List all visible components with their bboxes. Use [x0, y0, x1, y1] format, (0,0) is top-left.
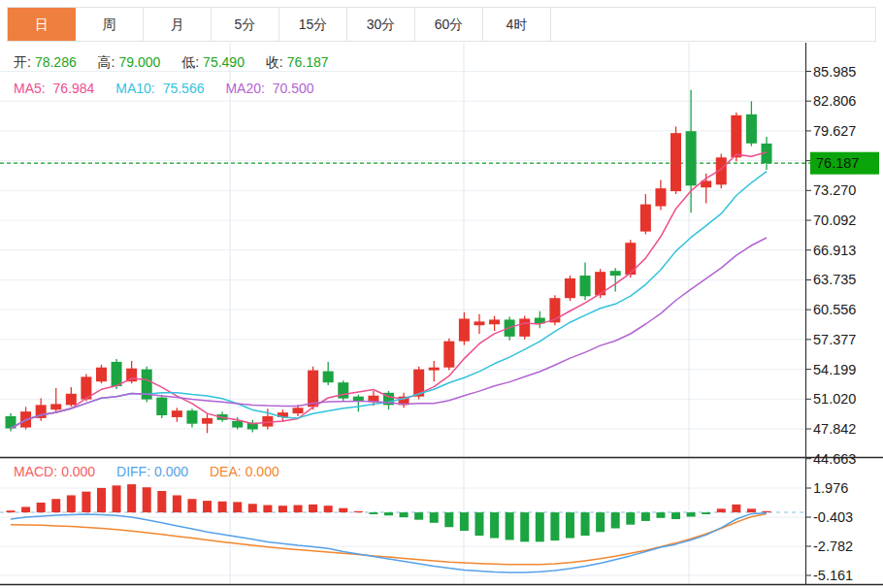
candlestick [308, 371, 318, 408]
candlestick [655, 188, 666, 206]
ma5-line [11, 152, 767, 429]
dea-line [11, 513, 767, 564]
price-tick-label: 63.735 [813, 272, 856, 287]
diff-label: DIFF: [116, 464, 150, 479]
macd-hist-bar [7, 510, 16, 512]
timeframe-tabbar: 日 周 月 5分 15分 30分 60分 4时 [7, 7, 876, 42]
macd-hist-bar [82, 492, 90, 512]
macd-hist-bar [550, 512, 559, 540]
tab-week[interactable]: 周 [76, 8, 144, 41]
macd-hist-bar [263, 506, 272, 513]
candlestick [640, 205, 651, 232]
macd-hist-bar [474, 512, 483, 536]
macd-hist-bar [51, 499, 60, 512]
candlestick [338, 382, 348, 398]
macd-hist-bar [763, 511, 771, 512]
macd-hist-bar [369, 512, 377, 514]
candlestick [459, 318, 470, 341]
macd-hist-bar [414, 512, 423, 520]
candlestick [489, 319, 500, 324]
tab-4hour[interactable]: 4时 [483, 8, 551, 41]
macd-hist-bar [430, 512, 439, 523]
macd-hist-bar [671, 512, 680, 519]
macd-hist-bar [400, 512, 409, 517]
diff-value: 0.000 [154, 464, 188, 479]
macd-tick-label: -5.161 [813, 568, 853, 583]
macd-tick-label: -0.403 [813, 509, 853, 525]
price-tick-label: 73.270 [813, 182, 856, 198]
price-tick-label: 47.842 [813, 421, 856, 437]
macd-hist-bar [233, 502, 242, 512]
macd-legend: MACD:0.000 DIFF:0.000 DEA:0.000 [14, 464, 297, 479]
macd-hist-bar [278, 506, 287, 512]
macd-hist-bar [294, 506, 303, 513]
macd-hist-bar [248, 504, 257, 512]
low-value: 75.490 [203, 54, 245, 70]
candlestick [66, 394, 77, 406]
ma20-value: 70.500 [273, 81, 314, 96]
tab-month[interactable]: 月 [144, 8, 212, 41]
candlestick [293, 408, 304, 413]
macd-hist-bar [354, 511, 363, 512]
candlestick [474, 321, 484, 325]
macd-hist-bar [581, 512, 590, 536]
ma10-label: MA10: [115, 81, 154, 96]
dea-label: DEA: [210, 464, 242, 479]
price-tick-label: 54.199 [813, 362, 856, 377]
macd-hist-bar [97, 488, 106, 512]
macd-hist-bar [157, 491, 166, 512]
macd-hist-bar [127, 484, 136, 512]
macd-tick-label: -2.782 [813, 539, 853, 554]
ma5-value: 76.984 [53, 81, 95, 96]
macd-hist-bar [611, 512, 620, 528]
macd-hist-bar [717, 508, 726, 512]
macd-hist-bar [641, 512, 650, 521]
tab-day[interactable]: 日 [8, 8, 76, 41]
tab-60min[interactable]: 60分 [415, 8, 483, 41]
macd-hist-bar [21, 506, 30, 512]
macd-hist-bar [506, 512, 514, 539]
macd-hist-bar [732, 505, 740, 512]
price-tick-label: 79.627 [813, 123, 856, 139]
dea-value: 0.000 [245, 464, 279, 479]
macd-hist-bar [37, 503, 46, 512]
main-chart-panel[interactable] [0, 43, 810, 459]
candlestick [112, 362, 122, 386]
macd-hist-bar [702, 512, 710, 514]
candlestick [156, 398, 167, 415]
price-tick-label: 44.663 [813, 451, 856, 467]
macd-hist-bar [460, 512, 469, 531]
candlestick [565, 278, 575, 298]
macd-hist-bar [309, 505, 317, 512]
high-label: 高: [98, 54, 115, 70]
candlestick [323, 372, 334, 383]
price-tick-label: 85.985 [813, 64, 856, 80]
tab-30min[interactable]: 30分 [347, 8, 415, 41]
ma-legend: MA5: 76.984 MA10: 75.566 MA20: 70.500 [14, 81, 332, 96]
candlestick [519, 318, 530, 336]
macd-hist-bar [324, 506, 333, 512]
macd-hist-bar [490, 512, 499, 538]
macd-hist-bar [656, 512, 665, 518]
macd-hist-bar [520, 512, 529, 541]
macd-hist-bar [218, 502, 227, 512]
diff-line [11, 513, 767, 572]
candlestick [172, 410, 182, 417]
candlestick [580, 276, 591, 296]
candlestick [232, 421, 243, 428]
candlestick [670, 133, 681, 191]
macd-hist-bar [687, 512, 696, 516]
open-value: 78.286 [35, 54, 77, 70]
macd-tick-label: 1.976 [813, 480, 848, 496]
candlestick [731, 115, 741, 157]
candlestick [202, 418, 213, 424]
ma5-label: MA5: [14, 81, 46, 96]
price-tick-label: 82.806 [813, 93, 856, 109]
tab-5min[interactable]: 5分 [212, 8, 279, 41]
macd-hist-bar [596, 512, 605, 532]
close-value: 76.187 [287, 54, 329, 70]
macd-hist-bar [339, 508, 347, 512]
price-tick-label: 60.556 [813, 302, 856, 317]
candlestick [429, 368, 440, 371]
tab-15min[interactable]: 15分 [279, 8, 347, 41]
